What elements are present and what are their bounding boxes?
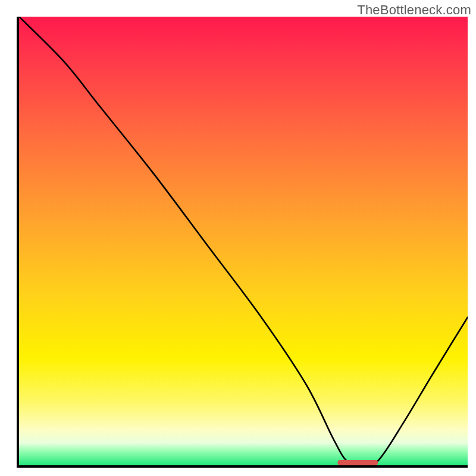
optimal-marker bbox=[19, 17, 468, 465]
optimal-marker-rect bbox=[337, 460, 378, 465]
watermark-text: TheBottleneck.com bbox=[357, 2, 471, 18]
plot-area bbox=[17, 17, 468, 468]
chart-frame: TheBottleneck.com bbox=[0, 0, 476, 476]
